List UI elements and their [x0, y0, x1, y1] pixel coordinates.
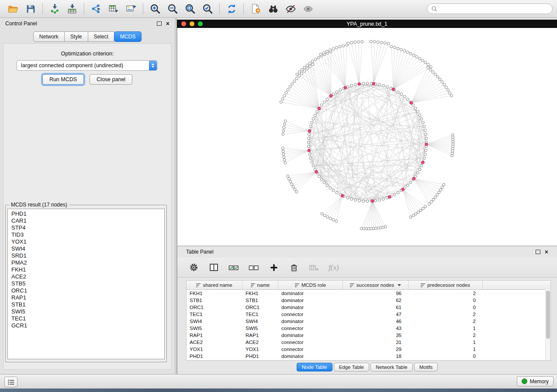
hide-details-button[interactable]	[282, 2, 299, 16]
mcds-result-item[interactable]: SWI4	[8, 245, 164, 252]
mcds-result-item[interactable]: TID3	[8, 231, 164, 238]
eye-slash-icon	[285, 3, 297, 15]
tab-network[interactable]: Network	[33, 31, 65, 42]
zoom-fit-button[interactable]	[181, 2, 199, 16]
tab-node-table[interactable]: Node Table	[297, 363, 332, 371]
control-panel-header: Control Panel ×	[0, 18, 175, 29]
mcds-result-list[interactable]: PHD1CAR1STP4TID3YOX1SWI4SRD1PMA2FKH1ACE2…	[7, 209, 165, 359]
column-header-MCDS-role[interactable]: MCDS role	[278, 281, 343, 289]
mcds-result-item[interactable]: STP4	[8, 224, 164, 231]
mcds-result-item[interactable]: SWI5	[8, 308, 164, 315]
table-row[interactable]: STB1STB1dominator620	[187, 297, 550, 304]
cell-predecessor-nodes: 2	[408, 333, 483, 338]
mcds-result-item[interactable]: RAP1	[8, 294, 164, 301]
open-session-button[interactable]	[4, 2, 22, 16]
network-window-titlebar[interactable]: YPA_prune.txt_1	[177, 20, 557, 28]
hide-columns-button[interactable]	[308, 262, 320, 273]
dropdown-stepper-icon[interactable]	[149, 61, 157, 70]
run-mcds-button[interactable]: Run MCDS	[42, 74, 84, 85]
import-table-button[interactable]	[63, 2, 81, 16]
column-header-name[interactable]: name	[242, 281, 278, 289]
task-history-button[interactable]	[4, 377, 17, 387]
window-minimize-icon[interactable]	[190, 21, 194, 26]
export-image-button[interactable]	[122, 2, 140, 16]
mcds-result-item[interactable]: FKH1	[8, 266, 164, 273]
close-panel-icon[interactable]: ×	[545, 250, 548, 254]
tab-mcds[interactable]: MCDS	[114, 31, 142, 42]
main-toolbar	[0, 0, 557, 18]
search-box[interactable]	[427, 3, 553, 14]
table-row[interactable]: RAP1RAP1dominator352	[187, 332, 550, 339]
select-all-button[interactable]	[228, 262, 239, 273]
mcds-result-item[interactable]: GCR1	[8, 322, 164, 329]
cell-shared-name: ORC1	[187, 305, 242, 310]
table-row[interactable]: PHD1PHD1dominator180	[187, 353, 550, 360]
import-network-button[interactable]	[46, 2, 63, 16]
split-view-button[interactable]	[208, 262, 219, 273]
mcds-result-item[interactable]: ACE2	[8, 273, 164, 280]
add-column-button[interactable]	[268, 262, 280, 273]
binoculars-icon	[267, 3, 279, 15]
search-input[interactable]	[440, 5, 548, 12]
save-session-button[interactable]	[22, 2, 39, 16]
column-header-successor-nodes[interactable]: successor nodes	[343, 281, 408, 289]
export-network-button[interactable]	[87, 2, 105, 16]
table-settings-button[interactable]	[188, 262, 199, 273]
close-panel-icon[interactable]: ×	[166, 21, 170, 26]
tab-select[interactable]: Select	[88, 31, 114, 42]
network-window-title: YPA_prune.txt_1	[177, 21, 557, 27]
mcds-result-item[interactable]: PHD1	[8, 210, 164, 217]
table-row[interactable]: SWI5SWI5connector431	[187, 325, 550, 332]
window-close-icon[interactable]	[181, 21, 186, 26]
column-header-shared-name[interactable]: shared name	[187, 281, 242, 289]
deselect-all-button[interactable]	[248, 262, 259, 273]
refresh-button[interactable]	[223, 2, 240, 16]
table-tabs: Node TableEdge TableNetwork TableMotifs	[177, 363, 557, 371]
column-header-predecessor-nodes[interactable]: predecessor nodes	[408, 281, 483, 289]
cell-successor-nodes: 43	[343, 326, 408, 331]
optimization-dropdown[interactable]: largest connected component (undirected)	[17, 60, 157, 71]
table-row[interactable]: ACE2ACE2connector311	[187, 339, 550, 346]
scrollbar-thumb[interactable]	[546, 291, 550, 339]
table-row[interactable]: SWI4SWI4dominator462	[187, 318, 550, 325]
node-table-body: FKH1FKH1dominator962STB1STB1dominator620…	[187, 290, 550, 360]
show-details-button[interactable]	[299, 2, 317, 16]
close-panel-button[interactable]: Close panel	[90, 74, 132, 85]
delete-column-button[interactable]	[288, 262, 300, 273]
float-panel-icon[interactable]	[157, 21, 162, 26]
cell-shared-name: YOX1	[187, 347, 242, 352]
float-panel-icon[interactable]	[536, 250, 540, 254]
mcds-result-item[interactable]: PMA2	[8, 259, 164, 266]
table-row[interactable]: TEC1TEC1connector472	[187, 311, 550, 318]
tab-network-table[interactable]: Network Table	[370, 363, 413, 371]
zoom-in-button[interactable]	[146, 2, 164, 16]
mcds-result-item[interactable]: TEC1	[8, 315, 164, 322]
share-document-button[interactable]	[247, 2, 264, 16]
memory-button[interactable]: Memory	[517, 376, 554, 386]
mcds-result-item[interactable]: YOX1	[8, 238, 164, 245]
zoom-selected-button[interactable]	[199, 2, 216, 16]
export-table-button[interactable]	[105, 2, 122, 16]
tab-style[interactable]: Style	[64, 31, 88, 42]
node-table[interactable]: shared namenameMCDS rolesuccessor nodesp…	[186, 280, 551, 361]
tab-edge-table[interactable]: Edge Table	[334, 363, 369, 371]
zoom-out-button[interactable]	[164, 2, 181, 16]
mcds-result-item[interactable]: STB5	[8, 280, 164, 287]
tab-motifs[interactable]: Motifs	[414, 363, 438, 371]
network-canvas[interactable]	[177, 28, 557, 245]
mcds-result-item[interactable]: SRD1	[8, 252, 164, 259]
mcds-result-item[interactable]: CAR1	[8, 217, 164, 224]
trash-icon	[290, 263, 298, 272]
node-table-header: shared namenameMCDS rolesuccessor nodesp…	[187, 281, 550, 290]
table-row[interactable]: YOX1YOX1connector291	[187, 346, 550, 353]
window-zoom-icon[interactable]	[198, 21, 203, 26]
export-image-icon	[125, 3, 137, 14]
mcds-result-item[interactable]: ORC1	[8, 287, 164, 294]
table-scrollbar[interactable]	[545, 289, 550, 360]
optimization-criterion-label: Optimization criterion:	[3, 51, 171, 57]
table-row[interactable]: FKH1FKH1dominator962	[187, 290, 550, 297]
search-network-button[interactable]	[264, 2, 282, 16]
function-builder-button[interactable]: f(x)	[329, 262, 339, 273]
mcds-result-item[interactable]: STB1	[8, 301, 164, 308]
table-row[interactable]: ORC1ORC1dominator610	[187, 304, 550, 311]
